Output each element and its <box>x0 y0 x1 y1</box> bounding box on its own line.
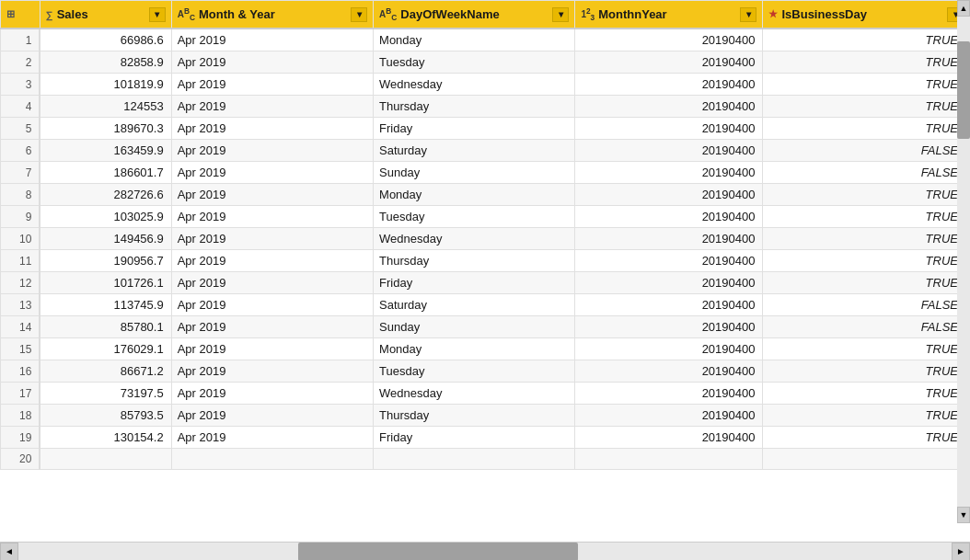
cell-dayofweek: Sunday <box>374 316 575 338</box>
cell-sales: 130154.2 <box>40 427 171 449</box>
cell-isbusinessday: FALSE <box>763 162 970 184</box>
cell-monthn-year: 20190400 <box>575 338 763 360</box>
cell-sales: 163459.9 <box>40 140 171 162</box>
row-number: 16 <box>1 360 40 383</box>
cell-month-year: Apr 2019 <box>171 272 373 294</box>
cell-dayofweek: Thursday <box>374 250 575 272</box>
cell-monthn-year: 20190400 <box>575 405 763 427</box>
vscroll-track[interactable] <box>957 17 970 507</box>
cell-month-year: Apr 2019 <box>171 427 373 449</box>
cell-monthn-year: 20190400 <box>575 272 763 294</box>
horizontal-scrollbar[interactable]: ◄ ► <box>0 542 970 560</box>
table-grid-icon: ⊞ <box>6 8 15 20</box>
scroll-up-button[interactable]: ▲ <box>957 0 970 17</box>
cell-month-year: Apr 2019 <box>171 29 373 51</box>
scroll-left-button[interactable]: ◄ <box>0 543 18 561</box>
table-row: 166986.6Apr 2019Monday20190400TRUE <box>1 29 970 51</box>
table-wrapper: ⊞ ∑ Sales ▾ ABC Month & Year <box>0 0 970 542</box>
table-row: 1485780.1Apr 2019Sunday20190400FALSE <box>1 316 970 338</box>
scroll-right-button[interactable]: ► <box>952 543 970 561</box>
row-number: 11 <box>1 250 40 272</box>
hscroll-track[interactable] <box>18 543 952 561</box>
cell-isbusinessday: FALSE <box>763 316 970 338</box>
header-month-year-dropdown[interactable]: ▾ <box>351 7 367 22</box>
cell-sales: 85780.1 <box>40 316 171 338</box>
cell-isbusinessday: TRUE <box>763 427 970 449</box>
cell-sales: 66986.6 <box>40 29 171 51</box>
row-number: 17 <box>1 383 40 405</box>
cell-month-year: Apr 2019 <box>171 51 373 74</box>
table-row: 4124553Apr 2019Thursday20190400TRUE <box>1 96 970 118</box>
cell-monthn-year: 20190400 <box>575 383 763 405</box>
row-number: 18 <box>1 405 40 427</box>
cell-monthn-year: 20190400 <box>575 294 763 316</box>
header-isbusinessday-label: IsBusinessDay <box>781 7 943 21</box>
cell-monthn-year: 20190400 <box>575 206 763 228</box>
cell-month-year: Apr 2019 <box>171 162 373 184</box>
cell-isbusinessday: FALSE <box>763 140 970 162</box>
cell-sales: 190956.7 <box>40 250 171 272</box>
cell-monthn-year: 20190400 <box>575 228 763 250</box>
row-number: 15 <box>1 338 40 360</box>
cell-month-year: Apr 2019 <box>171 316 373 338</box>
cell-monthn-year: 20190400 <box>575 360 763 383</box>
cell-month-year: Apr 2019 <box>171 96 373 118</box>
header-sales-dropdown[interactable]: ▾ <box>149 7 166 22</box>
cell-dayofweek: Monday <box>374 29 575 51</box>
row-number: 7 <box>1 162 40 184</box>
cell-dayofweek: Friday <box>374 118 575 140</box>
hscroll-thumb[interactable] <box>298 543 578 561</box>
cell-monthn-year: 20190400 <box>575 250 763 272</box>
row-number: 6 <box>1 140 40 162</box>
scroll-down-button[interactable]: ▼ <box>957 507 970 523</box>
header-monthn-year-label: MonthnYear <box>598 7 736 21</box>
table-row: 13113745.9Apr 2019Saturday20190400FALSE <box>1 294 970 316</box>
header-dayofweek-dropdown[interactable]: ▾ <box>552 7 569 22</box>
header-month-year: ABC Month & Year ▾ <box>171 1 373 29</box>
cell-month-year: Apr 2019 <box>171 250 373 272</box>
cell-dayofweek: Wednesday <box>374 74 575 96</box>
header-isbusinessday: ★ IsBusinessDay ▾ <box>763 1 970 29</box>
month-col-icon: ABC <box>178 6 195 22</box>
cell-monthn-year: 20190400 <box>575 29 763 51</box>
cell-monthn-year: 20190400 <box>575 316 763 338</box>
data-table-container: ⊞ ∑ Sales ▾ ABC Month & Year <box>0 0 970 560</box>
cell-monthn-year: 20190400 <box>575 96 763 118</box>
table-row: 12101726.1Apr 2019Friday20190400TRUE <box>1 272 970 294</box>
cell-sales: 149456.9 <box>40 228 171 250</box>
header-dayofweek-label: DayOfWeekName <box>400 7 549 21</box>
cell-dayofweek: Tuesday <box>374 206 575 228</box>
cell-month-year: Apr 2019 <box>171 206 373 228</box>
cell-dayofweek: Friday <box>374 427 575 449</box>
cell-monthn-year <box>575 449 763 470</box>
table-row: 10149456.9Apr 2019Wednesday20190400TRUE <box>1 228 970 250</box>
cell-dayofweek: Monday <box>374 184 575 206</box>
cell-month-year: Apr 2019 <box>171 118 373 140</box>
cell-dayofweek <box>374 449 575 470</box>
row-number: 14 <box>1 316 40 338</box>
row-number: 13 <box>1 294 40 316</box>
cell-month-year: Apr 2019 <box>171 74 373 96</box>
table-row: 7186601.7Apr 2019Sunday20190400FALSE <box>1 162 970 184</box>
table-row: 1773197.5Apr 2019Wednesday20190400TRUE <box>1 383 970 405</box>
cell-sales: 113745.9 <box>40 294 171 316</box>
cell-sales: 101726.1 <box>40 272 171 294</box>
sales-col-icon: ∑ <box>46 9 53 20</box>
cell-sales: 101819.9 <box>40 74 171 96</box>
header-sales: ∑ Sales ▾ <box>40 1 171 29</box>
cell-month-year: Apr 2019 <box>171 360 373 383</box>
cell-sales: 73197.5 <box>40 383 171 405</box>
cell-sales: 103025.9 <box>40 206 171 228</box>
cell-sales: 124553 <box>40 96 171 118</box>
cell-sales: 82858.9 <box>40 51 171 74</box>
cell-sales: 186601.7 <box>40 162 171 184</box>
cell-dayofweek: Saturday <box>374 140 575 162</box>
cell-monthn-year: 20190400 <box>575 51 763 74</box>
vscroll-thumb[interactable] <box>957 41 970 140</box>
table-row: 8282726.6Apr 2019Monday20190400TRUE <box>1 184 970 206</box>
vertical-scrollbar[interactable]: ▲ ▼ <box>957 0 970 523</box>
table-row: 20 <box>1 449 970 470</box>
row-number: 5 <box>1 118 40 140</box>
header-monthn-year-dropdown[interactable]: ▾ <box>740 7 756 22</box>
cell-isbusinessday: FALSE <box>763 294 970 316</box>
